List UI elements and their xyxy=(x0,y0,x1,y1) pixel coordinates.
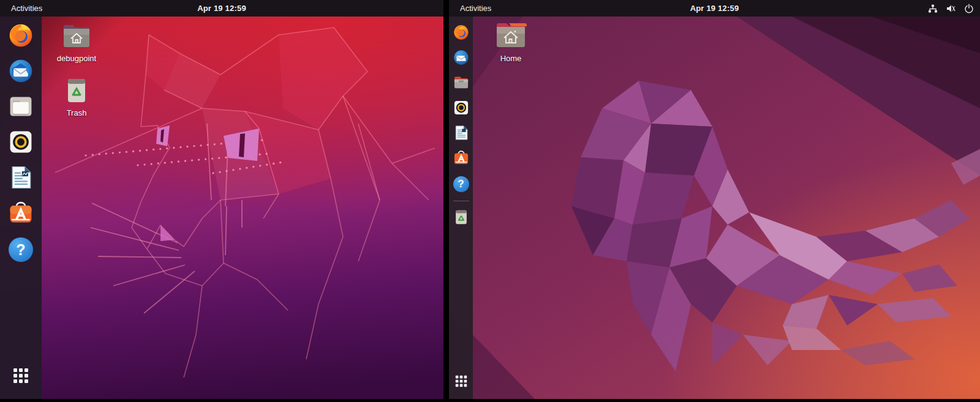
dock-separator xyxy=(453,201,469,201)
files-icon xyxy=(7,93,34,122)
trash-icon xyxy=(453,209,469,228)
dock-item-files[interactable] xyxy=(451,74,471,93)
app-grid-icon xyxy=(455,375,467,390)
jammy-jellyfish-wallpaper xyxy=(449,17,980,399)
dock-item-libreoffice-writer[interactable] xyxy=(5,164,37,193)
clock[interactable]: Apr 19 12:59 xyxy=(690,0,739,17)
activities-button[interactable]: Activities xyxy=(0,0,53,17)
home-folder-icon xyxy=(62,23,91,51)
activities-button[interactable]: Activities xyxy=(449,0,502,17)
dock-item-firefox[interactable] xyxy=(5,22,37,51)
desktop-icon-trash[interactable]: Trash xyxy=(49,76,104,117)
libreoffice-writer-icon xyxy=(7,164,34,193)
left-desktop-screenshot: Activities Apr 19 12:59 xyxy=(0,0,443,399)
desktop-icon-label: debugpoint xyxy=(57,54,96,63)
power-icon xyxy=(964,4,974,13)
dock-item-thunderbird[interactable] xyxy=(451,49,471,68)
home-folder-icon xyxy=(494,21,527,51)
dock-item-thunderbird[interactable] xyxy=(5,58,37,87)
desktop-icon-label: Home xyxy=(500,54,522,63)
help-icon: ? xyxy=(453,176,469,192)
dock: ? xyxy=(449,17,473,399)
top-bar: Activities Apr 19 12:59 xyxy=(0,0,443,17)
files-icon xyxy=(453,74,470,94)
volume-muted-icon xyxy=(946,4,956,13)
dock-item-files[interactable] xyxy=(5,93,37,122)
right-desktop-screenshot: Activities Apr 19 12:59 xyxy=(449,0,980,399)
thunderbird-icon xyxy=(453,49,470,69)
bottom-letterbox xyxy=(0,399,980,402)
desktop-icon-home-folder[interactable]: Home xyxy=(483,21,538,63)
firefox-icon xyxy=(7,22,34,51)
desktop-icon-label: Trash xyxy=(67,108,87,117)
trash-icon xyxy=(63,76,90,106)
ubuntu-software-icon xyxy=(7,199,34,229)
dock-item-trash[interactable] xyxy=(451,209,471,228)
ubuntu-software-icon xyxy=(453,149,470,169)
clock[interactable]: Apr 19 12:59 xyxy=(197,0,246,17)
dock-item-firefox[interactable] xyxy=(451,24,471,43)
firefox-icon xyxy=(453,24,470,43)
thunderbird-icon xyxy=(7,58,34,87)
desktop-icon-home-folder[interactable]: debugpoint xyxy=(49,23,104,63)
dock-item-help[interactable]: ? xyxy=(451,174,471,193)
dock-item-ubuntu-software[interactable] xyxy=(451,149,471,168)
top-bar: Activities Apr 19 12:59 xyxy=(449,0,980,17)
dock-item-ubuntu-software[interactable] xyxy=(5,199,37,229)
dock-item-libreoffice-writer[interactable] xyxy=(451,124,471,143)
libreoffice-writer-icon xyxy=(453,124,470,144)
wired-network-icon xyxy=(928,4,938,13)
help-icon: ? xyxy=(9,237,33,262)
show-applications-button[interactable] xyxy=(5,362,37,392)
app-grid-icon xyxy=(13,368,29,386)
dock: ? xyxy=(0,17,42,399)
dock-item-help[interactable]: ? xyxy=(5,235,37,264)
show-applications-button[interactable] xyxy=(451,373,471,392)
system-tray[interactable] xyxy=(928,0,974,17)
rhythmbox-icon xyxy=(7,128,34,158)
dock-item-rhythmbox[interactable] xyxy=(5,128,37,158)
dock-item-rhythmbox[interactable] xyxy=(451,99,471,118)
rhythmbox-icon xyxy=(453,99,470,119)
